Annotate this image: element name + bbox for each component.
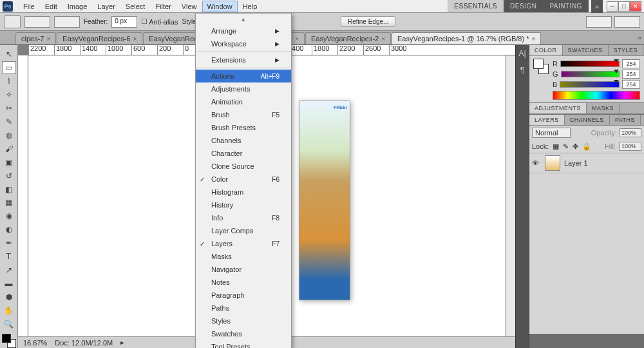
history-brush-tool[interactable]: ↺ (2, 169, 16, 182)
tab-close-icon[interactable]: × (381, 35, 385, 43)
zoom-level[interactable]: 16.67% (23, 339, 47, 347)
lock-pixels[interactable]: ✎ (563, 142, 569, 151)
type-tool[interactable]: T (2, 250, 16, 263)
menu-item-history[interactable]: History (196, 198, 291, 211)
lock-all[interactable]: 🔒 (582, 142, 591, 151)
move-tool[interactable]: ↖ (2, 48, 16, 61)
panel-tab-channels[interactable]: CHANNELS (565, 115, 610, 125)
menu-item-layer-comps[interactable]: Layer Comps (196, 224, 291, 237)
3d-tool[interactable]: ⬢ (2, 291, 16, 304)
workspace-design[interactable]: DESIGN (504, 0, 543, 12)
menu-item-adjustments[interactable]: Adjustments (196, 82, 291, 95)
panel-tab-styles[interactable]: STYLES (609, 45, 644, 55)
marquee-tool[interactable]: ▭ (2, 61, 16, 74)
panel-tab-paths[interactable]: PATHS (610, 115, 641, 125)
opacity-input[interactable]: 100% (620, 128, 641, 137)
menu-item-color[interactable]: ✓ColorF6 (196, 173, 291, 186)
window-minimize[interactable]: ─ (607, 1, 618, 12)
spectrum-ramp[interactable] (553, 91, 640, 100)
menu-item-paths[interactable]: Paths (196, 302, 291, 314)
window-maximize[interactable]: □ (618, 1, 630, 12)
layer-name[interactable]: Layer 1 (564, 159, 588, 167)
r-value[interactable]: 254 (622, 59, 640, 68)
menu-item-workspace[interactable]: Workspace▶ (196, 37, 291, 50)
marquee-mode-new[interactable] (24, 16, 50, 28)
wand-tool[interactable]: ✧ (2, 88, 16, 101)
panel-tab-layers[interactable]: LAYERS (529, 115, 565, 125)
menu-item-animation[interactable]: Animation (196, 95, 291, 108)
dock-paragraph-icon[interactable]: ¶ (517, 66, 527, 76)
workspace-essentials[interactable]: ESSENTIALS (448, 0, 504, 12)
panel-tab-color[interactable]: COLOR (529, 45, 563, 55)
layer-row[interactable]: 👁 Layer 1 (529, 153, 644, 173)
menu-item-styles[interactable]: Styles (196, 314, 291, 327)
blur-tool[interactable]: ◉ (2, 209, 16, 222)
zoom-tool[interactable]: 🔍 (2, 318, 16, 331)
refine-edge-button[interactable]: Refine Edge... (341, 16, 395, 27)
menu-filter[interactable]: Filter (150, 1, 176, 12)
brush-tool[interactable]: 🖌 (2, 142, 16, 155)
color-swatches[interactable] (2, 334, 16, 348)
healing-tool[interactable]: ◍ (2, 129, 16, 142)
menu-item-arrange[interactable]: Arrange▶ (196, 24, 291, 37)
workspace-more[interactable]: » (591, 0, 603, 13)
tab-close-icon[interactable]: × (133, 35, 137, 43)
dodge-tool[interactable]: ◐ (2, 223, 16, 236)
tabs-overflow[interactable]: » (638, 34, 641, 41)
hand-tool[interactable]: ✋ (2, 304, 16, 317)
workspace-painting[interactable]: PAINTING (543, 0, 588, 12)
menu-item-brush[interactable]: BrushF5 (196, 108, 291, 121)
screen-mode-dropdown[interactable] (586, 16, 612, 28)
stamp-tool[interactable]: ▣ (2, 156, 16, 169)
panel-tab-adjustments[interactable]: ADJUSTMENTS (529, 103, 587, 113)
menu-file[interactable]: File (18, 1, 40, 12)
dock-character-icon[interactable]: A| (517, 49, 527, 59)
gradient-tool[interactable]: ▦ (2, 196, 16, 209)
crop-tool[interactable]: ✂ (2, 102, 16, 115)
r-slider[interactable] (560, 61, 620, 67)
menu-item-clone-source[interactable]: Clone Source (196, 160, 291, 173)
menu-item-histogram[interactable]: Histogram (196, 186, 291, 198)
panel-tab-swatches[interactable]: SWATCHES (563, 45, 609, 55)
menu-item-masks[interactable]: Masks (196, 250, 291, 263)
lock-transparency[interactable]: ▦ (553, 142, 559, 151)
menu-item-layers[interactable]: ✓LayersF7 (196, 237, 291, 250)
menu-item-character[interactable]: Character (196, 147, 291, 160)
shape-tool[interactable]: ▬ (2, 277, 16, 290)
b-slider[interactable] (560, 81, 620, 88)
pen-tool[interactable]: ✒ (2, 237, 16, 249)
menu-item-swatches[interactable]: Swatches (196, 327, 291, 340)
scrollbar-vertical[interactable] (505, 55, 515, 336)
document-tab[interactable]: cipes-7× (15, 32, 56, 44)
menu-item-paragraph[interactable]: Paragraph (196, 289, 291, 302)
b-value[interactable]: 254 (622, 80, 640, 89)
menu-item-navigator[interactable]: Navigator (196, 263, 291, 276)
document-tab[interactable]: EasyVeganRecipes-1 @ 16.7% (RGB/8) *× (392, 32, 541, 44)
menu-window[interactable]: Window (202, 1, 238, 12)
menu-help[interactable]: Help (238, 1, 263, 12)
window-close[interactable]: ✕ (630, 1, 641, 12)
tool-preset-icon[interactable] (4, 15, 21, 28)
g-slider[interactable] (561, 71, 620, 77)
arrange-dropdown[interactable] (614, 16, 640, 28)
panel-tab-masks[interactable]: MASKS (587, 103, 620, 113)
blend-mode-select[interactable]: Normal (532, 128, 571, 138)
lock-position[interactable]: ✥ (573, 142, 578, 151)
g-value[interactable]: 254 (622, 70, 640, 79)
menu-item-info[interactable]: InfoF8 (196, 211, 291, 224)
color-swatch-pair[interactable] (533, 59, 549, 74)
menu-image[interactable]: Image (62, 1, 93, 12)
eraser-tool[interactable]: ◧ (2, 183, 16, 196)
tab-close-icon[interactable]: × (295, 35, 299, 43)
status-arrow[interactable]: ▸ (120, 338, 124, 347)
menu-item-channels[interactable]: Channels (196, 134, 291, 147)
menu-item-tool-presets[interactable]: Tool Presets (196, 340, 291, 348)
lasso-tool[interactable]: ⌇ (2, 75, 16, 88)
menu-item-brush-presets[interactable]: Brush Presets (196, 121, 291, 134)
menu-item-notes[interactable]: Notes (196, 276, 291, 289)
eyedropper-tool[interactable]: ✎ (2, 115, 16, 128)
menu-select[interactable]: Select (120, 1, 151, 12)
tab-close-icon[interactable]: × (531, 35, 535, 43)
document-tab[interactable]: EasyVeganRecipes-2× (305, 32, 391, 44)
menu-collapse-grip[interactable]: ▴ (196, 14, 291, 24)
